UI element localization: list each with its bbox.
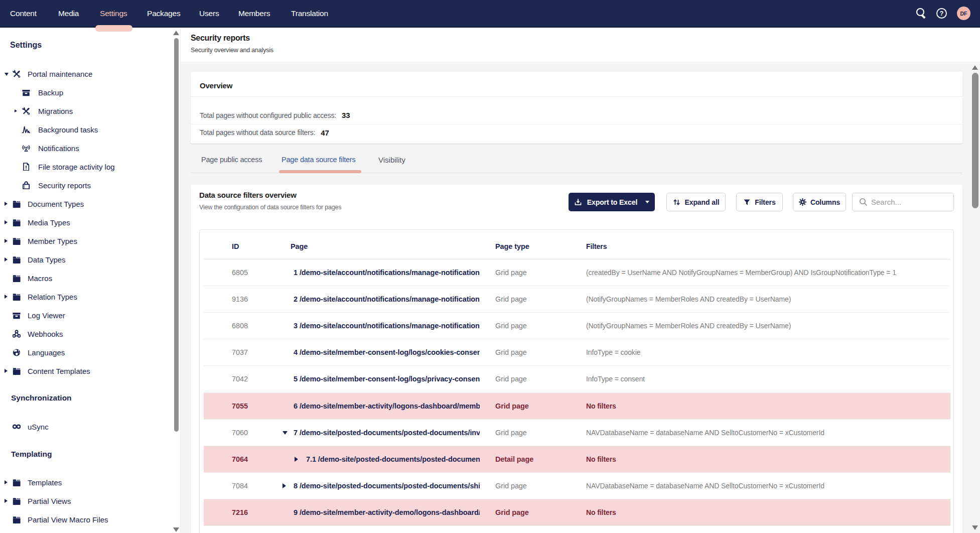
svg-text:?: ? <box>940 10 944 17</box>
